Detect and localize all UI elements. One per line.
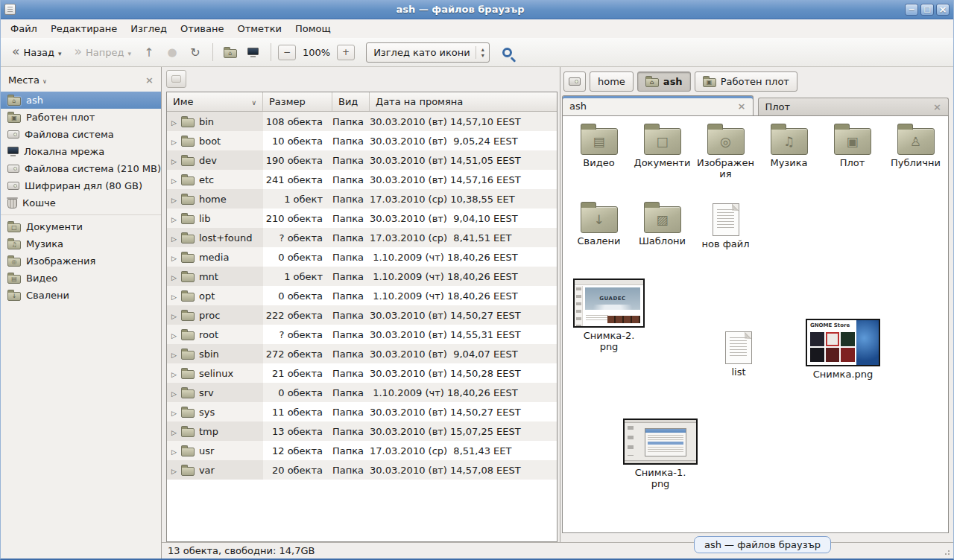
expander-icon[interactable] xyxy=(171,426,177,437)
sidebar-item[interactable]: □Документи xyxy=(1,218,161,235)
tab-close-icon[interactable] xyxy=(738,101,746,112)
sidebar-item[interactable]: Шифриран дял (80 GB) xyxy=(1,177,161,194)
table-row[interactable]: usr12 обектаПапка17.03.2010 (ср) 8,51,43… xyxy=(167,441,557,460)
expander-icon[interactable] xyxy=(171,290,177,302)
places-title[interactable]: Места xyxy=(8,74,40,86)
name-cell[interactable]: srv xyxy=(167,383,263,402)
tab-Плот[interactable]: Плот xyxy=(758,98,950,115)
reload-button[interactable] xyxy=(185,42,206,62)
expander-icon[interactable] xyxy=(171,232,177,244)
table-row[interactable]: var20 обектаПапка30.03.2010 (вт) 14,57,0… xyxy=(167,460,557,480)
menu-item-Отиване[interactable]: Отиване xyxy=(174,21,230,36)
sidebar-item[interactable]: ▤Видео xyxy=(1,270,161,287)
desktop-folder-icon[interactable]: ▣Плот xyxy=(821,122,884,179)
table-row[interactable]: lost+found? обектаПапка17.03.2010 (ср) 8… xyxy=(167,228,557,247)
forward-dropdown-icon[interactable] xyxy=(127,47,131,58)
path-button-Работен плот[interactable]: ▣Работен плот xyxy=(695,71,797,92)
sidebar-item[interactable]: ▣Работен плот xyxy=(1,109,161,126)
table-row[interactable]: tmp13 обектаПапка30.03.2010 (вт) 15,07,2… xyxy=(167,421,557,441)
name-cell[interactable]: dev xyxy=(167,150,263,170)
path-button[interactable] xyxy=(563,71,586,92)
sidebar-item[interactable]: Кошче xyxy=(1,194,161,211)
name-cell[interactable]: lost+found xyxy=(167,228,263,247)
music-folder-icon[interactable]: ♫Музика xyxy=(757,122,821,179)
column-header-size[interactable]: Размер xyxy=(263,92,332,111)
table-row[interactable]: selinux21 обектаПапка30.03.2010 (вт) 14,… xyxy=(167,363,557,383)
stop-button[interactable] xyxy=(162,42,183,62)
combo-spinner-icon[interactable] xyxy=(481,46,484,58)
name-cell[interactable]: lib xyxy=(167,209,263,228)
sidebar-item[interactable]: ♫Музика xyxy=(1,235,161,252)
places-close-icon[interactable] xyxy=(145,74,154,86)
places-dropdown-icon[interactable] xyxy=(40,74,47,86)
expander-icon[interactable] xyxy=(171,465,177,476)
tab-ash[interactable]: ash xyxy=(562,95,754,115)
public-folder-icon[interactable]: ♙Публични xyxy=(884,122,947,179)
name-cell[interactable]: opt xyxy=(167,286,263,305)
zoom-out-button[interactable] xyxy=(278,45,296,60)
tab-close-icon[interactable] xyxy=(933,101,941,112)
back-dropdown-icon[interactable] xyxy=(58,47,62,58)
icon-view[interactable]: ▤Видео□Документи◎Изображения♫Музика▣Плот… xyxy=(562,116,949,533)
sidebar-item[interactable]: Локална мрежа xyxy=(1,143,161,160)
table-row[interactable]: sbin272 обектаПапка30.03.2010 (вт) 9,04,… xyxy=(167,344,557,363)
name-cell[interactable]: sys xyxy=(167,402,263,421)
file-item-Снимка-2.png[interactable]: GUADEC Снимка-2.png xyxy=(570,279,648,352)
table-row[interactable]: etc241 обектаПапка30.03.2010 (вт) 14,57,… xyxy=(167,170,557,189)
table-row[interactable]: proc222 обектаПапка30.03.2010 (вт) 14,50… xyxy=(167,305,557,325)
name-cell[interactable]: sbin xyxy=(167,344,263,363)
path-button-home[interactable]: home xyxy=(590,71,634,92)
pictures-folder-icon[interactable]: ◎Изображения xyxy=(694,122,757,179)
text-file-icon[interactable]: нов файл xyxy=(694,200,757,249)
name-cell[interactable]: media xyxy=(167,247,263,267)
maximize-icon[interactable] xyxy=(920,4,934,16)
close-icon[interactable] xyxy=(936,4,950,16)
expander-icon[interactable] xyxy=(171,194,177,205)
search-icon[interactable] xyxy=(502,48,512,57)
up-button[interactable] xyxy=(139,42,159,62)
expander-icon[interactable] xyxy=(171,155,177,166)
expander-icon[interactable] xyxy=(171,368,177,379)
name-cell[interactable]: boot xyxy=(167,131,263,150)
view-mode-select[interactable]: Изглед като икони xyxy=(366,42,490,63)
name-cell[interactable]: home xyxy=(167,189,263,209)
table-row[interactable]: media0 обектаПапка 1.10.2009 (чт) 18,40,… xyxy=(167,247,557,267)
titlebar[interactable]: ash — файлов браузър xyxy=(1,0,953,19)
side-pane-toggle-button[interactable] xyxy=(166,70,186,88)
column-header-name[interactable]: Име xyxy=(167,92,263,111)
expander-icon[interactable] xyxy=(171,445,177,456)
sidebar-item[interactable]: Файлова система xyxy=(1,126,161,143)
table-row[interactable]: sys11 обектаПапка30.03.2010 (вт) 14,50,2… xyxy=(167,402,557,421)
table-row[interactable]: dev190 обектаПапка30.03.2010 (вт) 14,51,… xyxy=(167,150,557,170)
menu-item-Файл[interactable]: Файл xyxy=(4,21,44,36)
home-button[interactable]: ⌂ xyxy=(220,42,241,62)
column-header-date[interactable]: Дата на промяна xyxy=(370,92,557,111)
downloads-folder-icon[interactable]: ↓Свалени xyxy=(567,200,631,249)
table-row[interactable]: mnt1 обектПапка 1.10.2009 (чт) 18,40,26 … xyxy=(167,267,557,286)
back-button[interactable]: Назад xyxy=(7,43,67,61)
table-row[interactable]: opt0 обектаПапка 1.10.2009 (чт) 18,40,26… xyxy=(167,286,557,305)
name-cell[interactable]: usr xyxy=(167,441,263,460)
table-row[interactable]: srv0 обектаПапка 1.10.2009 (чт) 18,40,26… xyxy=(167,383,557,402)
sidebar-item[interactable]: ↓Свалени xyxy=(1,287,161,304)
table-row[interactable]: home1 обектПапка17.03.2010 (ср) 10,38,55… xyxy=(167,189,557,209)
expander-icon[interactable] xyxy=(171,136,177,147)
name-cell[interactable]: var xyxy=(167,460,263,480)
file-item-Снимка.png[interactable]: GNOME Store Снимка.png xyxy=(803,319,883,380)
name-cell[interactable]: etc xyxy=(167,170,263,189)
file-item-list[interactable]: list xyxy=(713,328,765,378)
sidebar-item[interactable]: ◎Изображения xyxy=(1,252,161,270)
resize-grip[interactable] xyxy=(944,548,952,556)
column-header-type[interactable]: Вид xyxy=(332,92,370,111)
table-row[interactable]: root? обектаПапка30.03.2010 (вт) 14,55,3… xyxy=(167,325,557,344)
expander-icon[interactable] xyxy=(171,116,177,127)
expander-icon[interactable] xyxy=(171,349,177,360)
expander-icon[interactable] xyxy=(171,310,177,321)
file-item-Снимка-1.png[interactable]: Снимка-1.png xyxy=(622,419,699,489)
name-cell[interactable]: mnt xyxy=(167,267,263,286)
expander-icon[interactable] xyxy=(171,271,177,282)
name-cell[interactable]: tmp xyxy=(167,421,263,441)
menu-item-Редактиране[interactable]: Редактиране xyxy=(44,21,124,36)
expander-icon[interactable] xyxy=(171,213,177,224)
table-row[interactable]: boot10 обектаПапка30.03.2010 (вт) 9,05,2… xyxy=(167,131,557,150)
